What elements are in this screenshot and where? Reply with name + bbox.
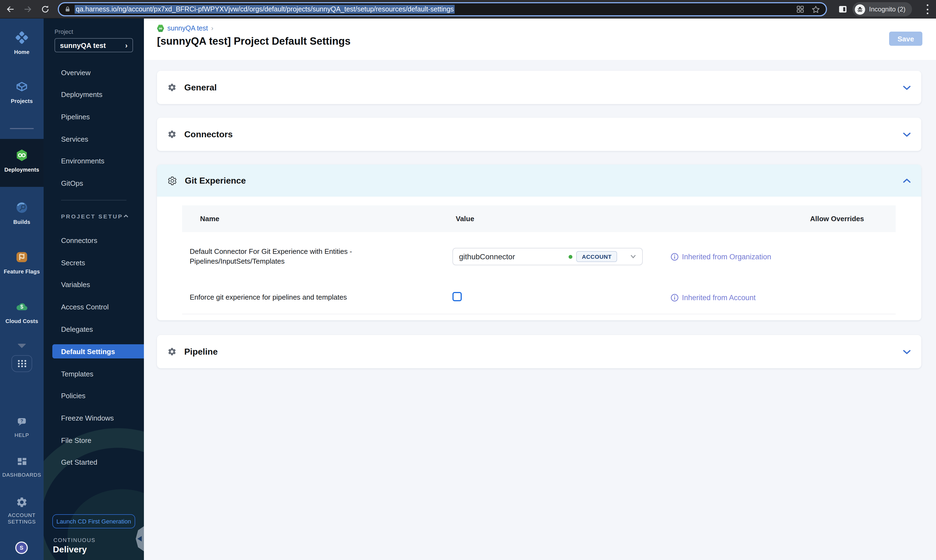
lock-icon	[64, 6, 71, 12]
save-button[interactable]: Save	[889, 32, 922, 46]
sidebar-item-deployments[interactable]: Deployments	[0, 148, 44, 173]
account-settings-gear-icon	[16, 496, 28, 508]
help-icon: ?	[16, 416, 28, 428]
main-content: ∞ sunnyQA test › [sunnyQA test] Project …	[144, 18, 936, 560]
section-title: Git Experience	[185, 176, 246, 186]
column-header-value: Value	[456, 215, 810, 223]
table-row: Enforce git experience for pipelines and…	[182, 281, 896, 314]
browser-menu-icon[interactable]	[926, 5, 928, 14]
tab-groups-icon[interactable]	[796, 5, 805, 14]
sidebar-item-feature-flags[interactable]: Feature Flags	[0, 250, 44, 275]
default-connector-select[interactable]: githubConnector ACCOUNT	[452, 248, 643, 265]
sidebar-item-projects[interactable]: Projects	[0, 80, 44, 104]
project-setup-header[interactable]: PROJECT SETUP	[61, 213, 123, 220]
breadcrumb-chevron-icon: ›	[211, 25, 213, 32]
gear-icon	[167, 130, 177, 139]
gear-outline-icon	[167, 176, 177, 186]
info-icon	[671, 293, 679, 302]
user-avatar[interactable]: S	[15, 542, 28, 554]
browser-toolbar: qa.harness.io/ng/account/px7xd_BFRCi-pfW…	[0, 0, 936, 18]
feature-flags-icon	[15, 250, 29, 264]
nav-item-templates[interactable]: Templates	[61, 370, 94, 378]
cd-module-icon: ∞	[157, 25, 164, 32]
column-header-name: Name	[200, 215, 456, 223]
project-select-label: Project	[54, 28, 73, 35]
inherited-from-account-link[interactable]: Inherited from Account	[671, 293, 810, 302]
section-connectors[interactable]: Connectors	[157, 118, 921, 151]
nav-item-default-settings[interactable]: Default Settings	[52, 344, 144, 358]
nav-item-services[interactable]: Services	[61, 135, 88, 143]
section-title: Pipeline	[184, 347, 218, 357]
apps-grid-icon	[18, 360, 26, 367]
address-bar[interactable]: qa.harness.io/ng/account/px7xd_BFRCi-pfW…	[58, 2, 827, 16]
chevron-down-icon[interactable]	[903, 84, 911, 91]
gear-icon	[167, 83, 177, 92]
collapse-arrow-icon	[137, 536, 142, 542]
incognito-badge[interactable]: Incognito (2)	[853, 2, 912, 16]
nav-item-access-control[interactable]: Access Control	[61, 303, 109, 311]
sidebar-collapse-button[interactable]	[136, 526, 144, 551]
page-title: [sunnyQA test] Project Default Settings	[157, 35, 350, 48]
sidebar-item-cloud-costs[interactable]: $ Cloud Costs	[0, 300, 44, 324]
nav-item-variables[interactable]: Variables	[61, 280, 90, 289]
module-picker-button[interactable]	[11, 355, 32, 372]
back-icon[interactable]	[5, 5, 15, 14]
builds-icon	[15, 200, 29, 215]
more-modules-chevron-icon[interactable]	[17, 344, 26, 348]
sidebar-item-home[interactable]: Home	[0, 31, 44, 55]
chevron-down-icon[interactable]	[903, 131, 911, 138]
column-header-allow-overrides: Allow Overrides	[810, 215, 896, 223]
side-panel-icon[interactable]	[838, 5, 848, 14]
module-sidebar: Home Projects	[0, 18, 44, 560]
sidebar-item-dashboards[interactable]: DASHBOARDS	[0, 456, 44, 478]
forward-icon[interactable]	[23, 5, 33, 14]
incognito-label: Incognito (2)	[869, 5, 905, 13]
nav-item-environments[interactable]: Environments	[61, 157, 104, 165]
setting-name: Enforce git experience for pipelines and…	[190, 292, 386, 302]
project-selector[interactable]: sunnyQA test ›	[54, 38, 133, 52]
setting-name: Default Connector For Git Experience wit…	[190, 247, 386, 266]
cloud-costs-icon: $	[15, 300, 29, 314]
table-row: Default Connector For Git Experience wit…	[182, 232, 896, 281]
sidebar-item-account-settings[interactable]: ACCOUNT SETTINGS	[0, 496, 44, 525]
reload-icon[interactable]	[40, 5, 50, 14]
nav-item-file-store[interactable]: File Store	[61, 436, 91, 445]
chevron-up-icon[interactable]	[903, 177, 911, 185]
project-selector-chevron-icon: ›	[125, 41, 128, 49]
nav-item-get-started[interactable]: Get Started	[61, 458, 97, 466]
breadcrumb: ∞ sunnyQA test ›	[157, 25, 213, 32]
project-name: sunnyQA test	[60, 41, 106, 49]
nav-item-delegates[interactable]: Delegates	[61, 325, 93, 333]
url-text[interactable]: qa.harness.io/ng/account/px7xd_BFRCi-pfW…	[75, 5, 455, 14]
enforce-git-experience-checkbox[interactable]	[452, 292, 462, 301]
nav-item-deployments[interactable]: Deployments	[61, 91, 102, 98]
nav-item-policies[interactable]: Policies	[61, 392, 86, 400]
sidebar-section-divider	[61, 200, 126, 200]
bookmark-star-icon[interactable]	[811, 5, 820, 14]
breadcrumb-project-link[interactable]: sunnyQA test	[167, 25, 208, 32]
gear-icon	[167, 347, 177, 356]
info-icon	[671, 252, 679, 261]
git-experience-header[interactable]: Git Experience	[157, 165, 921, 197]
inherited-from-organization-link[interactable]: Inherited from Organization	[671, 252, 810, 261]
launch-cd-first-generation-button[interactable]: Launch CD First Generation	[52, 514, 135, 528]
dashboards-icon	[16, 456, 28, 468]
section-general[interactable]: General	[157, 71, 921, 104]
page-header: ∞ sunnyQA test › [sunnyQA test] Project …	[144, 18, 936, 60]
nav-item-freeze-windows[interactable]: Freeze Windows	[61, 414, 114, 422]
project-setup-collapse-icon[interactable]	[123, 214, 129, 219]
chevron-down-icon[interactable]	[903, 348, 911, 355]
sidebar-item-help[interactable]: ? HELP	[0, 416, 44, 438]
nav-item-pipelines[interactable]: Pipelines	[61, 113, 90, 121]
incognito-icon	[855, 4, 865, 14]
nav-item-overview[interactable]: Overview	[61, 69, 91, 77]
section-pipeline[interactable]: Pipeline	[157, 335, 921, 368]
nav-item-gitops[interactable]: GitOps	[61, 179, 83, 188]
deployments-icon	[15, 148, 29, 162]
sidebar-item-builds[interactable]: Builds	[0, 200, 44, 225]
nav-item-connectors[interactable]: Connectors	[61, 237, 97, 245]
projects-icon	[15, 80, 29, 94]
section-title: General	[184, 83, 217, 92]
nav-item-secrets[interactable]: Secrets	[61, 259, 85, 267]
connector-scope-badge: ACCOUNT	[577, 251, 617, 262]
